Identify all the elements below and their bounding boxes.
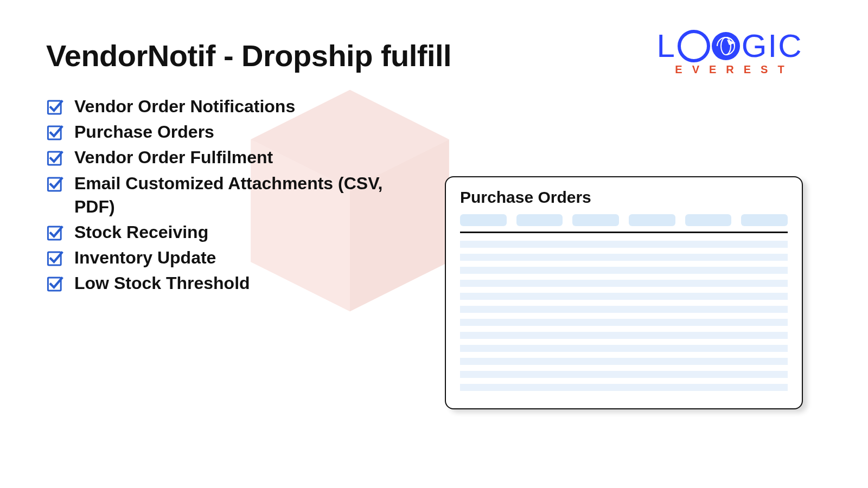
feature-list: Vendor Order NotificationsPurchase Order… — [46, 95, 422, 298]
feature-label: Vendor Order Fulfilment — [74, 146, 273, 169]
feature-label: Low Stock Threshold — [74, 272, 250, 295]
po-tab-placeholder — [460, 214, 507, 226]
check-icon — [46, 149, 65, 168]
po-card-title: Purchase Orders — [460, 188, 788, 207]
feature-item: Stock Receiving — [46, 221, 422, 244]
check-icon — [46, 175, 65, 194]
po-tab-placeholder — [629, 214, 675, 226]
po-row-placeholder — [460, 358, 788, 365]
po-divider — [460, 232, 788, 233]
po-lines — [460, 241, 788, 391]
po-row-placeholder — [460, 306, 788, 313]
logo-main: L GIC — [640, 30, 819, 62]
po-row-placeholder — [460, 345, 788, 352]
check-icon — [46, 224, 65, 242]
globe-icon — [712, 32, 740, 60]
svg-point-4 — [715, 35, 737, 57]
po-tab-placeholder — [572, 214, 619, 226]
feature-item: Inventory Update — [46, 246, 422, 269]
feature-item: Purchase Orders — [46, 120, 422, 144]
po-row-placeholder — [460, 384, 788, 391]
po-tab-placeholder — [741, 214, 788, 226]
po-row-placeholder — [460, 280, 788, 287]
feature-label: Inventory Update — [74, 246, 216, 269]
po-row-placeholder — [460, 319, 788, 326]
logo-subtext: EVEREST — [640, 63, 819, 76]
po-row-placeholder — [460, 293, 788, 300]
purchase-orders-card: Purchase Orders — [445, 176, 803, 409]
brand-logo: L GIC EVEREST — [640, 30, 819, 76]
logo-letters-gic: GIC — [742, 30, 803, 62]
page-title: VendorNotif - Dropship fulfill — [46, 38, 451, 73]
po-row-placeholder — [460, 267, 788, 274]
feature-label: Purchase Orders — [74, 120, 214, 144]
feature-item: Low Stock Threshold — [46, 272, 422, 295]
po-tabs-row — [460, 214, 788, 226]
logo-letter-o-ring — [678, 30, 710, 62]
feature-label: Vendor Order Notifications — [74, 95, 295, 118]
feature-item: Email Customized Attachments (CSV, PDF) — [46, 172, 422, 219]
po-tab-placeholder — [516, 214, 563, 226]
logo-letter-l: L — [656, 30, 675, 62]
po-row-placeholder — [460, 332, 788, 339]
feature-label: Email Customized Attachments (CSV, PDF) — [74, 172, 422, 219]
feature-item: Vendor Order Notifications — [46, 95, 422, 118]
feature-item: Vendor Order Fulfilment — [46, 146, 422, 169]
check-icon — [46, 98, 65, 117]
po-row-placeholder — [460, 371, 788, 378]
feature-label: Stock Receiving — [74, 221, 208, 244]
check-icon — [46, 275, 65, 293]
check-icon — [46, 124, 65, 142]
po-tab-placeholder — [685, 214, 732, 226]
check-icon — [46, 249, 65, 268]
po-row-placeholder — [460, 254, 788, 261]
po-row-placeholder — [460, 241, 788, 248]
